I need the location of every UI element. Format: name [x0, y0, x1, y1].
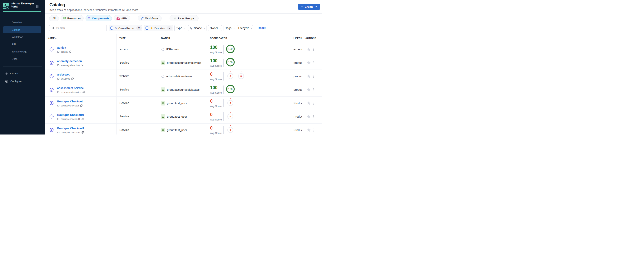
- svg-text:0: 0: [230, 75, 231, 77]
- svg-text:?: ?: [162, 48, 164, 50]
- svg-text:0: 0: [230, 129, 231, 131]
- svg-text:0: 0: [240, 75, 242, 77]
- svg-text:100: 100: [228, 61, 232, 64]
- svg-text:0: 0: [230, 102, 231, 104]
- svg-text:100: 100: [228, 47, 232, 50]
- svg-text:0: 0: [230, 115, 231, 118]
- svg-text:?: ?: [162, 75, 164, 77]
- svg-text:100: 100: [228, 88, 232, 91]
